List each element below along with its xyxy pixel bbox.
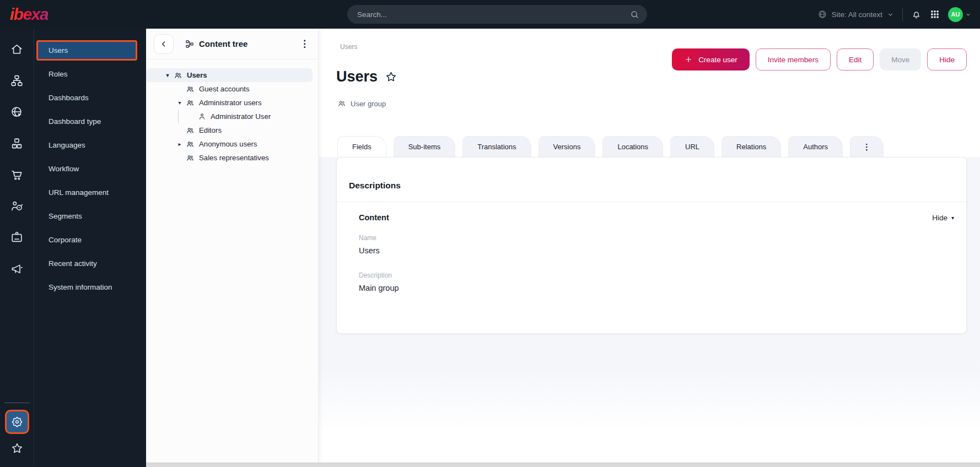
sidebar-item-users[interactable]: Users <box>36 40 137 61</box>
content-tree-header: Content tree ⋮ <box>146 29 318 59</box>
user-group-icon <box>186 85 195 94</box>
icon-rail <box>0 29 34 467</box>
chevron-down-icon <box>965 12 971 18</box>
globe-icon <box>817 9 827 19</box>
section-title: Content <box>359 213 389 222</box>
favorite-star-icon[interactable] <box>385 70 397 83</box>
section-collapse-toggle[interactable]: Hide ▾ <box>932 214 954 222</box>
user-icon <box>198 112 206 121</box>
caret-down-icon[interactable]: ▾ <box>174 100 186 106</box>
tab-fields[interactable]: Fields <box>337 136 386 157</box>
content-structure-icon[interactable] <box>0 73 34 88</box>
tree-item-sales-representatives[interactable]: Sales representatives <box>146 151 313 165</box>
field-name: Name Users <box>359 234 954 255</box>
tree-options-kebab-icon[interactable]: ⋮ <box>300 39 309 48</box>
tab-locations[interactable]: Locations <box>602 136 663 157</box>
content-section-header: Content Hide ▾ <box>359 213 954 222</box>
admin-gear-icon[interactable] <box>5 410 29 434</box>
megaphone-icon[interactable] <box>0 262 34 276</box>
user-menu[interactable]: AU <box>948 7 971 22</box>
tree-item-administrator-users[interactable]: ▾ Administrator users <box>146 96 313 110</box>
site-globe-icon[interactable] <box>0 105 34 119</box>
sidebar-item-workflow[interactable]: Workflow <box>34 157 146 181</box>
sidebar-item-dashboard-type[interactable]: Dashboard type <box>34 110 146 133</box>
rail-divider <box>4 403 30 403</box>
user-group-icon <box>337 99 346 108</box>
tab-relations[interactable]: Relations <box>721 136 781 157</box>
corporate-badge-icon[interactable] <box>0 230 34 245</box>
sidebar-item-system-information[interactable]: System information <box>34 275 146 299</box>
ibexa-logo[interactable]: ibexa <box>10 5 48 24</box>
create-user-button[interactable]: Create user <box>672 48 750 70</box>
invite-members-button[interactable]: Invite members <box>756 48 831 70</box>
user-group-icon <box>186 140 195 149</box>
field-label: Name <box>359 234 954 242</box>
tree-guide-line <box>178 110 198 123</box>
edit-button[interactable]: Edit <box>837 48 874 70</box>
search-icon[interactable] <box>630 10 639 19</box>
search-input[interactable] <box>357 10 630 19</box>
content-tree-title: Content tree <box>199 39 247 48</box>
tree-item-anonymous-users[interactable]: ▸ Anonymous users <box>146 137 313 151</box>
site-context-label: Site: All context <box>832 10 882 19</box>
notifications-bell-icon[interactable] <box>911 9 922 20</box>
move-button[interactable]: Move <box>880 48 921 70</box>
bookmarks-star-icon[interactable] <box>10 442 24 455</box>
global-search[interactable] <box>347 5 647 24</box>
rail-bottom-group <box>4 403 30 467</box>
tree-item-label: Guest accounts <box>199 85 250 93</box>
tree-item-administrator-user[interactable]: Administrator User <box>146 110 313 123</box>
sidebar-item-recent-activity[interactable]: Recent activity <box>34 252 146 275</box>
tree-item-label: Anonymous users <box>199 140 257 148</box>
content-type-row: User group <box>337 99 386 108</box>
content-tree-icon <box>185 39 195 49</box>
tab-translations[interactable]: Translations <box>462 136 531 157</box>
tab-sub-items[interactable]: Sub-items <box>394 136 456 157</box>
sidebar-item-corporate[interactable]: Corporate <box>34 228 146 252</box>
app-grid-icon[interactable] <box>930 9 940 19</box>
caret-down-icon: ▾ <box>951 215 954 221</box>
home-icon[interactable] <box>0 42 34 56</box>
sidebar-item-roles[interactable]: Roles <box>34 62 146 86</box>
tab-authors[interactable]: Authors <box>788 136 843 157</box>
content-tree-panel: Content tree ⋮ ▾ Users Guest accounts ▾ … <box>146 29 319 467</box>
topbar-divider <box>902 8 903 21</box>
tree-item-label: Administrator users <box>199 99 262 107</box>
main-content: Users Create user Invite members Edit Mo… <box>319 29 980 467</box>
sidebar-item-segments[interactable]: Segments <box>34 204 146 228</box>
tab-bar: Fields Sub-items Translations Versions L… <box>337 136 884 157</box>
user-group-icon <box>174 71 182 80</box>
topbar-right-cluster: Site: All context AU <box>817 0 971 29</box>
tree-item-users[interactable]: ▾ Users <box>146 68 313 82</box>
sidebar-item-dashboards[interactable]: Dashboards <box>34 86 146 110</box>
sidebar-item-url-management[interactable]: URL management <box>34 181 146 204</box>
field-description: Description Main group <box>359 271 954 292</box>
caret-down-icon[interactable]: ▾ <box>161 72 174 78</box>
personalization-target-icon[interactable] <box>0 199 34 213</box>
field-label: Description <box>359 271 954 279</box>
tree-item-label: Administrator User <box>211 112 271 121</box>
user-group-icon <box>186 126 195 135</box>
tree-item-guest-accounts[interactable]: Guest accounts <box>146 82 313 96</box>
hide-button[interactable]: Hide <box>927 48 967 70</box>
field-value: Users <box>359 246 954 255</box>
site-context-selector[interactable]: Site: All context <box>817 9 894 19</box>
tab-url[interactable]: URL <box>670 136 714 157</box>
sidebar-item-languages[interactable]: Languages <box>34 133 146 157</box>
title-row: Users <box>336 68 397 85</box>
tab-more-kebab-icon[interactable]: ⋮ <box>850 136 884 157</box>
caret-right-icon[interactable]: ▸ <box>174 141 186 147</box>
tree-item-label: Users <box>187 71 207 79</box>
collapse-panel-button[interactable] <box>154 34 174 54</box>
avatar[interactable]: AU <box>948 7 963 22</box>
horizontal-scrollbar[interactable] <box>146 463 980 467</box>
field-value: Main group <box>359 284 954 292</box>
product-boxes-icon[interactable] <box>0 136 34 150</box>
tab-versions[interactable]: Versions <box>539 136 596 157</box>
tree-item-label: Sales representatives <box>199 154 269 162</box>
card-heading: Descriptions <box>337 158 966 202</box>
admin-menu-sidebar: Users Roles Dashboards Dashboard type La… <box>34 29 146 467</box>
action-buttons: Create user Invite members Edit Move Hid… <box>672 48 967 70</box>
commerce-cart-icon[interactable] <box>0 167 34 182</box>
tree-item-editors[interactable]: Editors <box>146 123 313 137</box>
